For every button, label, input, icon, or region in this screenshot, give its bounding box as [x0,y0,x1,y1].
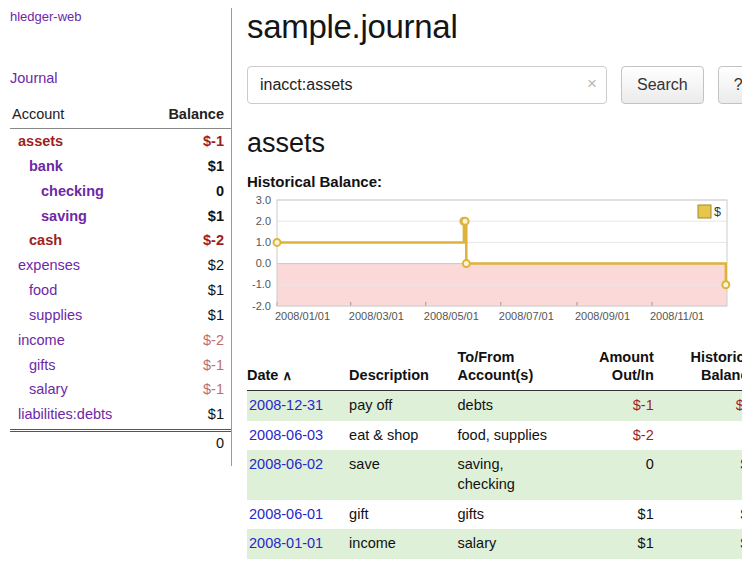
transaction-balance: $2 [662,450,742,499]
account-balance: $1 [208,405,224,424]
accounts-header-account: Account [10,106,64,122]
account-link[interactable]: expenses [10,256,80,275]
search-bar: × Search ? [247,66,742,104]
transaction-date-link[interactable]: 2008-12-31 [249,397,323,413]
account-row: saving$1 [10,204,231,229]
transaction-date-link[interactable]: 2008-06-01 [249,506,323,522]
transaction-date-link[interactable]: 2008-06-02 [249,456,323,472]
accounts-table-body: assets$-1bank$1checking0saving$1cash$-2e… [10,129,231,427]
svg-text:2008/11/01: 2008/11/01 [650,310,704,322]
account-link[interactable]: salary [10,380,68,399]
register-row: 2008-06-03eat & shopfood, supplies$-20 [247,421,742,451]
account-link[interactable]: cash [10,231,62,250]
transaction-accounts: food, supplies [458,421,572,451]
balance-chart: 3.02.01.00.0-1.0-2.02008/01/012008/03/01… [247,195,742,333]
register-row: 2008-06-01giftgifts$1$2 [247,500,742,530]
transaction-description: eat & shop [349,421,457,451]
account-link[interactable]: checking [10,182,104,201]
svg-text:0.0: 0.0 [256,257,271,269]
account-balance: $1 [208,157,224,176]
register-table: Date ∧ Description To/From Account(s) Am… [247,345,742,559]
chart-title: Historical Balance: [247,173,742,190]
account-balance: $-2 [203,231,224,250]
svg-text:2008/03/01: 2008/03/01 [349,310,404,322]
account-balance: $-2 [203,331,224,350]
account-balance: $1 [208,281,224,300]
transaction-amount: 0 [571,450,662,499]
transaction-amount: $1 [571,529,662,559]
register-header-balance: Historical Balance [662,345,742,391]
account-link[interactable]: saving [10,207,87,226]
svg-text:2008/05/01: 2008/05/01 [424,310,479,322]
transaction-accounts: salary [458,529,572,559]
register-row: 2008-06-02savesaving, checking0$2 [247,450,742,499]
transaction-description: save [349,450,457,499]
account-row: salary$-1 [10,377,231,402]
transaction-amount: $-1 [571,391,662,421]
account-link[interactable]: gifts [10,356,56,375]
account-balance: $-1 [203,380,224,399]
search-input-wrap: × [247,66,607,104]
account-balance: $-1 [203,356,224,375]
transaction-balance: $1 [662,529,742,559]
account-balance: $1 [208,306,224,325]
register-header-date[interactable]: Date ∧ [247,345,349,391]
transaction-balance: $2 [662,500,742,530]
account-row: food$1 [10,278,231,303]
account-link[interactable]: bank [10,157,63,176]
app-title-link[interactable]: hledger-web [10,9,82,24]
svg-text:2008/01/01: 2008/01/01 [275,310,330,322]
page-title: sample.journal [247,8,742,46]
transaction-description: income [349,529,457,559]
svg-text:2008/09/01: 2008/09/01 [575,310,630,322]
date-header-label: Date [247,367,278,383]
transaction-description: gift [349,500,457,530]
account-balance: $-1 [203,132,224,151]
account-link[interactable]: supplies [10,306,82,325]
accounts-table-header: Account Balance [10,106,231,129]
transaction-accounts: gifts [458,500,572,530]
register-header-row: Date ∧ Description To/From Account(s) Am… [247,345,742,391]
account-link[interactable]: food [10,281,57,300]
svg-text:$: $ [714,205,721,219]
transaction-date-link[interactable]: 2008-01-01 [249,535,323,551]
svg-text:-1.0: -1.0 [252,278,271,290]
account-link[interactable]: assets [10,132,63,151]
svg-text:3.0: 3.0 [256,195,271,206]
account-row: bank$1 [10,154,231,179]
clear-search-icon[interactable]: × [587,74,597,94]
account-row: expenses$2 [10,253,231,278]
register-header-accounts: To/From Account(s) [458,345,572,391]
help-button[interactable]: ? [718,66,742,104]
sort-asc-icon: ∧ [282,368,292,383]
account-link[interactable]: income [10,331,65,350]
register-row: 2008-12-31pay offdebts$-1$-1 [247,391,742,421]
balance-chart-svg: 3.02.01.00.0-1.0-2.02008/01/012008/03/01… [247,195,733,329]
sidebar-item-journal[interactable]: Journal [10,70,58,86]
transaction-amount: $-2 [571,421,662,451]
transaction-amount: $1 [571,500,662,530]
sidebar: hledger-web Journal Account Balance asse… [8,8,232,466]
transaction-description: pay off [349,391,457,421]
account-heading: assets [247,128,742,159]
account-row: checking0 [10,179,231,204]
transaction-balance: $-1 [662,391,742,421]
svg-text:2008/07/01: 2008/07/01 [499,310,554,322]
accounts-header-balance: Balance [168,106,224,122]
svg-text:-2.0: -2.0 [252,300,271,312]
account-row: liabilities:debts$1 [10,402,231,427]
account-balance: $2 [208,256,224,275]
account-link[interactable]: liabilities:debts [10,405,112,424]
main-content: sample.journal × Search ? assets Histori… [232,8,742,582]
register-row: 2008-01-01incomesalary$1$1 [247,529,742,559]
search-input[interactable] [247,66,607,104]
register-table-body: 2008-12-31pay offdebts$-1$-12008-06-03ea… [247,391,742,559]
svg-text:2.0: 2.0 [256,215,271,227]
transaction-date-link[interactable]: 2008-06-03 [249,427,323,443]
account-row: supplies$1 [10,303,231,328]
account-balance: $1 [208,207,224,226]
accounts-total-value: 0 [216,435,224,451]
register-header-description: Description [349,345,457,391]
search-button[interactable]: Search [621,66,704,104]
accounts-total-row: 0 [10,429,231,454]
